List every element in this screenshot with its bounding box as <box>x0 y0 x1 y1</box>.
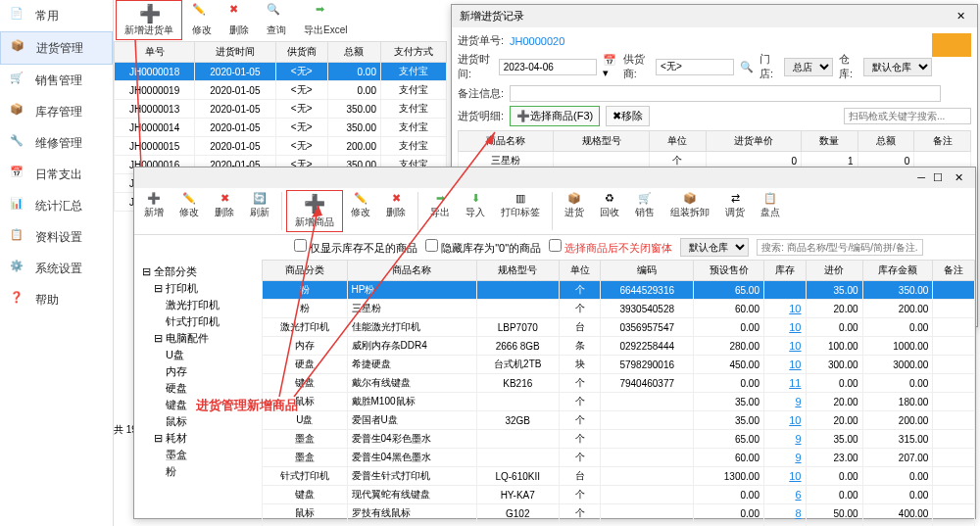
table-row[interactable]: 粉三星粉个393054052860.001020.00200.00 <box>263 300 975 318</box>
recycle-button[interactable]: ♻回收 <box>592 190 627 232</box>
barcode-icon: ▥ <box>515 192 525 205</box>
product-search-input[interactable] <box>757 239 923 256</box>
sidebar-item-expense[interactable]: 📅日常支出 <box>0 159 113 190</box>
delete-button[interactable]: ✖删除 <box>221 1 257 39</box>
query-button[interactable]: 🔍查询 <box>259 1 294 39</box>
warehouse-select[interactable]: 默认仓库 <box>680 238 749 257</box>
sidebar-item-stock[interactable]: 📦库存管理 <box>0 96 113 127</box>
wrench-icon: 🔧 <box>10 134 27 152</box>
remove-button[interactable]: ✖ 移除 <box>606 106 650 126</box>
sidebar-item-stats[interactable]: 📊统计汇总 <box>0 190 113 221</box>
list-icon: 📋 <box>10 228 27 246</box>
table-row[interactable]: 内存威刚内存条DDR42666 8GB条0292258444280.001010… <box>263 337 975 356</box>
sidebar-item-help[interactable]: ❓帮助 <box>0 284 113 315</box>
table-row[interactable]: 硬盘希捷硬盘台式机2TB块5798290016450.0010300.00300… <box>263 356 975 374</box>
select-product-button[interactable]: ➕ 选择商品(F3) <box>510 106 600 126</box>
search-icon[interactable]: 🔍 <box>740 61 754 73</box>
edit-button[interactable]: ✏️修改 <box>172 190 207 232</box>
add-button[interactable]: ➕新增 <box>136 190 172 232</box>
tree-item[interactable]: U盘 <box>138 347 258 363</box>
sidebar-item-data[interactable]: 📋资料设置 <box>0 221 113 253</box>
dialog2-toolbar: ➕新增 ✏️修改 ✖删除 🔄刷新 ➕新增商品 ✏️修改 ✖删除 ➡导出 ⬇导入 … <box>134 188 975 235</box>
dialog-title-bar[interactable]: 新增进货记录 ✕ <box>452 5 977 27</box>
import-button[interactable]: ⬇导入 <box>458 190 493 232</box>
table-row[interactable]: 键盘戴尔有线键盘KB216个79404603770.00110.000.00 <box>263 374 975 393</box>
refresh-button[interactable]: 🔄刷新 <box>242 190 277 232</box>
tree-cat-pc[interactable]: ⊟ 电脑配件 <box>138 330 258 347</box>
tree-item[interactable]: 硬盘 <box>138 380 258 397</box>
close-icon[interactable]: ✕ <box>951 171 967 184</box>
purchase-button[interactable]: 📦进货 <box>557 190 592 232</box>
print-label-button[interactable]: ▥打印标签 <box>493 190 548 232</box>
tree-item[interactable]: 粉 <box>138 463 258 480</box>
tree-item[interactable]: 针式打印机 <box>138 313 258 330</box>
table-row[interactable]: 墨盒爱普生04黑色墨水个60.00923.00207.00 <box>263 449 975 467</box>
export-button[interactable]: ➡导出Excel <box>296 1 355 39</box>
scan-search-input[interactable] <box>844 108 971 124</box>
table-row[interactable]: JH00000152020-01-05<无>200.00支付宝 <box>115 137 447 156</box>
table-row[interactable]: 粉HP粉个664452931665.001035.00350.00 <box>263 281 975 300</box>
shop-select[interactable]: 总店 <box>784 58 833 76</box>
move-button[interactable]: ⇄调货 <box>717 190 753 232</box>
tree-item[interactable]: 激光打印机 <box>138 297 258 313</box>
sidebar-item-common[interactable]: 📄常用 <box>0 0 113 31</box>
sidebar-item-sales[interactable]: 🛒销售管理 <box>0 65 113 96</box>
add-product-button[interactable]: ➕新增商品 <box>286 190 343 232</box>
search-icon: 🔍 <box>267 3 286 23</box>
assemble-button[interactable]: 📦组装拆卸 <box>662 190 717 232</box>
tree-cat-supplies[interactable]: ⊟ 耗材 <box>138 430 258 447</box>
tree-item[interactable]: 墨盒 <box>138 447 258 463</box>
annotation-text: 进货管理新增商品 <box>196 397 298 414</box>
close-icon[interactable]: ✕ <box>953 10 969 23</box>
table-row[interactable]: 键盘现代翼蛇有线键盘HY-KA7个0.0060.000.00 <box>263 486 975 504</box>
minimize-icon[interactable]: ─ <box>917 171 925 184</box>
table-row[interactable]: 鼠标罗技有线鼠标G102个0.00850.00400.00 <box>263 504 975 523</box>
table-row[interactable]: JH00000132020-01-05<无>350.00支付宝 <box>115 100 447 119</box>
warehouse-select[interactable]: 默认仓库 <box>863 58 932 76</box>
no-label: 进货单号: <box>458 33 504 48</box>
table-row[interactable]: U盘爱国者U盘32GB个35.001020.00200.00 <box>263 411 975 430</box>
product-select-dialog: ─ ☐ ✕ ➕新增 ✏️修改 ✖删除 🔄刷新 ➕新增商品 ✏️修改 ✖删除 ➡导… <box>133 167 976 519</box>
checkbox-hide-zero[interactable]: 隐藏库存为"0"的商品 <box>425 239 541 256</box>
sidebar-item-system[interactable]: ⚙️系统设置 <box>0 253 113 284</box>
table-row[interactable]: JH00000182020-01-05<无>0.00支付宝 <box>115 63 447 81</box>
table-row[interactable]: 墨盒爱普生04彩色墨水个65.00935.00315.00 <box>263 430 975 449</box>
edit-button[interactable]: ✏️修改 <box>184 1 220 39</box>
remark-label: 备注信息: <box>458 86 504 101</box>
arrow-right-icon: ➡ <box>316 3 335 23</box>
plus-icon: ➕ <box>147 192 161 205</box>
tree-item[interactable]: 鼠标 <box>138 413 258 430</box>
tree-item[interactable]: 内存 <box>138 363 258 380</box>
table-row[interactable]: 鼠标戴胜M100鼠标个35.00920.00180.00 <box>263 393 975 411</box>
detail-label: 进货明细: <box>458 109 504 123</box>
checkbox-low-stock[interactable]: 仅显示库存不足的商品 <box>294 239 417 256</box>
plus-icon: ➕ <box>516 110 530 122</box>
calendar-icon[interactable]: 📅▾ <box>603 54 617 79</box>
sale-button[interactable]: 🛒销售 <box>627 190 662 232</box>
cart-icon: 🛒 <box>638 192 652 205</box>
supplier-input[interactable] <box>656 59 734 75</box>
product-table[interactable]: 商品分类商品名称规格型号单位编码预设售价库存进价库存金额备注粉HP粉个66445… <box>262 260 975 526</box>
dialog2-title-bar[interactable]: ─ ☐ ✕ <box>134 167 975 188</box>
detail-table[interactable]: 商品名称规格型号单位进货单价数量总额备注三星粉个010 <box>458 130 971 170</box>
sidebar-item-repair[interactable]: 🔧维修管理 <box>0 127 113 159</box>
add-purchase-button[interactable]: ➕新增进货单 <box>116 0 182 40</box>
no-value: JH0000020 <box>510 35 564 47</box>
tree-cat-printer[interactable]: ⊟ 打印机 <box>138 280 258 297</box>
edit2-button[interactable]: ✏️修改 <box>343 190 378 232</box>
delete-button[interactable]: ✖删除 <box>207 190 242 232</box>
maximize-icon[interactable]: ☐ <box>933 171 943 184</box>
table-row[interactable]: JH00000192020-01-05<无>0.00支付宝 <box>115 81 447 100</box>
table-row[interactable]: 激光打印机佳能激光打印机LBP7070台03569575470.00100.00… <box>263 318 975 337</box>
table-row[interactable]: 针式打印机爱普生针式打印机LQ-610KII台1300.00100.000.00 <box>263 467 975 486</box>
sidebar-item-purchase[interactable]: 📦进货管理 <box>0 31 113 65</box>
check-button[interactable]: 📋盘点 <box>753 190 788 232</box>
del2-button[interactable]: ✖删除 <box>378 190 414 232</box>
checkbox-keep-open[interactable]: 选择商品后不关闭窗体 <box>549 239 672 256</box>
export-button[interactable]: ➡导出 <box>422 190 458 232</box>
date-input[interactable] <box>499 59 597 75</box>
tree-root[interactable]: ⊟ 全部分类 <box>138 263 258 280</box>
remark-input[interactable] <box>510 85 941 102</box>
swap-icon: ⇄ <box>731 192 740 205</box>
table-row[interactable]: JH00000142020-01-05<无>350.00支付宝 <box>115 119 447 137</box>
